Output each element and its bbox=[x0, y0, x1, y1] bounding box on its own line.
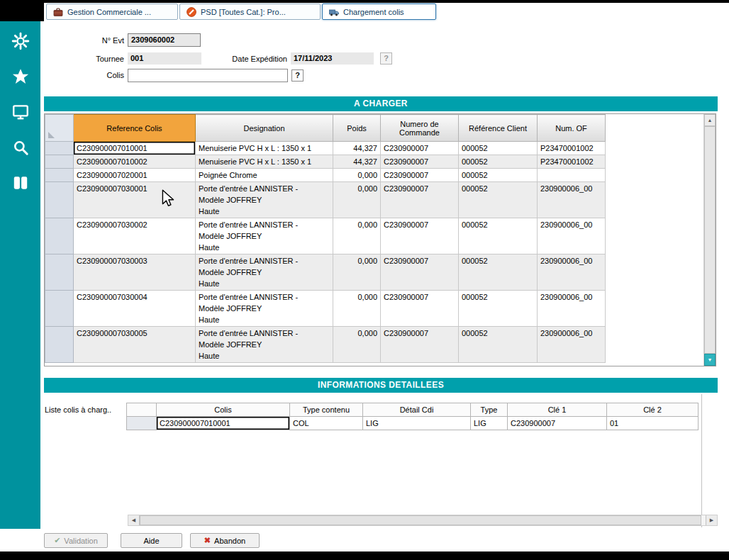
table-cell[interactable]: 0,000 bbox=[333, 291, 381, 327]
table-cell[interactable]: Menuiserie PVC H x L : 1350 x 1 bbox=[196, 142, 333, 155]
row-selector-cell[interactable] bbox=[45, 155, 74, 169]
table-cell[interactable]: C230900007 bbox=[381, 142, 459, 155]
column-header-num-of[interactable]: Num. OF bbox=[538, 115, 606, 142]
tab-gestion-commerciale[interactable]: Gestion Commerciale ... bbox=[46, 4, 178, 20]
table-cell[interactable]: Menuiserie PVC H x L : 1350 x 1 bbox=[196, 155, 333, 169]
table-cell[interactable]: 44,327 bbox=[333, 155, 381, 169]
horizontal-scrollbar[interactable]: ◀ ▶ bbox=[128, 515, 718, 526]
row-selector-cell[interactable] bbox=[45, 182, 74, 218]
table-cell[interactable]: LIG bbox=[363, 417, 471, 430]
table-cell[interactable] bbox=[538, 169, 606, 182]
table-cell[interactable]: COL bbox=[290, 417, 363, 430]
column-header-reference-colis[interactable]: Reference Colis bbox=[74, 115, 196, 142]
sidebar-search-button[interactable] bbox=[0, 130, 40, 166]
horizontal-scrollbar-thumb[interactable] bbox=[140, 515, 701, 525]
table-cell[interactable]: C230900007010001 bbox=[74, 142, 196, 155]
table-cell[interactable]: 0,000 bbox=[333, 254, 381, 291]
row-selector-cell[interactable] bbox=[45, 327, 74, 363]
colis-input[interactable] bbox=[128, 69, 288, 82]
table-cell[interactable]: Porte d'entrée LANNISTER - Modèle JOFFRE… bbox=[196, 182, 333, 218]
table-cell[interactable]: C230900007010002 bbox=[74, 155, 196, 169]
table-cell[interactable]: Porte d'entrée LANNISTER - Modèle JOFFRE… bbox=[196, 327, 333, 363]
table-cell[interactable]: Porte d'entrée LANNISTER - Modèle JOFFRE… bbox=[196, 254, 333, 291]
n-evt-value[interactable]: 2309060002 bbox=[128, 33, 201, 47]
table-cell[interactable]: 000052 bbox=[459, 169, 538, 182]
table-cell[interactable]: C230900007 bbox=[381, 182, 459, 218]
column-header-detail-cdi[interactable]: Détail Cdi bbox=[363, 403, 471, 417]
column-header-cle-1[interactable]: Clé 1 bbox=[508, 403, 607, 417]
table-row[interactable]: C230900007010001COLLIGLIGC23090000701 bbox=[127, 417, 699, 430]
table-cell[interactable]: 000052 bbox=[459, 254, 538, 291]
sidebar-modules-button[interactable] bbox=[0, 166, 40, 201]
table-row[interactable]: C230900007020001Poignée Chrome0,000C2309… bbox=[45, 169, 703, 182]
date-expedition-value[interactable]: 17/11/2023 bbox=[291, 52, 374, 65]
table-cell[interactable]: 000052 bbox=[459, 327, 538, 363]
column-header-type[interactable]: Type bbox=[471, 403, 508, 417]
row-selector-cell[interactable] bbox=[45, 142, 74, 155]
table-cell[interactable]: 000052 bbox=[459, 218, 538, 254]
table-cell[interactable]: 000052 bbox=[459, 155, 538, 169]
table-cell[interactable]: 0,000 bbox=[333, 327, 381, 363]
tab-chargement-colis[interactable]: Chargement colis bbox=[322, 4, 436, 20]
table-cell[interactable]: C230900007 bbox=[381, 218, 459, 254]
column-header-reference-client[interactable]: Référence Client bbox=[459, 115, 538, 142]
row-selector-cell[interactable] bbox=[127, 417, 157, 430]
table-cell[interactable]: 230900006_00 bbox=[538, 218, 606, 254]
abandon-button[interactable]: ✖ Abandon bbox=[190, 533, 260, 548]
table-cell[interactable]: Porte d'entrée LANNISTER - Modèle JOFFRE… bbox=[196, 218, 333, 254]
row-selector-cell[interactable] bbox=[45, 218, 74, 254]
table-cell[interactable]: 230900006_00 bbox=[538, 327, 606, 363]
table-cell[interactable]: Poignée Chrome bbox=[196, 169, 333, 182]
table-cell[interactable]: 000052 bbox=[459, 291, 538, 327]
table-cell[interactable]: C230900007020001 bbox=[74, 169, 196, 182]
details-corner-cell[interactable] bbox=[127, 403, 157, 417]
validation-button[interactable]: ✔ Validation bbox=[44, 533, 108, 548]
row-selector-cell[interactable] bbox=[45, 254, 74, 291]
table-cell[interactable]: Porte d'entrée LANNISTER - Modèle JOFFRE… bbox=[196, 291, 333, 327]
table-cell[interactable]: C230900007030004 bbox=[74, 291, 196, 327]
table-cell[interactable]: 01 bbox=[607, 417, 699, 430]
column-header-type-contenu[interactable]: Type contenu bbox=[290, 403, 363, 417]
scroll-up-button[interactable]: ▲ bbox=[704, 114, 716, 126]
vertical-scrollbar[interactable]: ▲ ▼ bbox=[703, 114, 716, 366]
table-cell[interactable]: C230900007 bbox=[381, 169, 459, 182]
table-cell[interactable]: 44,327 bbox=[333, 142, 381, 155]
column-header-colis[interactable]: Colis bbox=[157, 403, 290, 417]
scroll-left-button[interactable]: ◀ bbox=[128, 515, 140, 525]
table-cell[interactable]: 0,000 bbox=[333, 182, 381, 218]
row-selector-cell[interactable] bbox=[45, 291, 74, 327]
table-cell[interactable]: C230900007 bbox=[381, 291, 459, 327]
table-cell[interactable]: P23470001002 bbox=[538, 142, 606, 155]
table-cell[interactable]: 230900006_00 bbox=[538, 291, 606, 327]
table-row[interactable]: C230900007010001Menuiserie PVC H x L : 1… bbox=[45, 142, 703, 155]
tab-psd[interactable]: PSD [Toutes Cat.]: Pro... bbox=[179, 4, 321, 20]
table-row[interactable]: C230900007030001Porte d'entrée LANNISTER… bbox=[45, 182, 703, 218]
column-header-poids[interactable]: Poids bbox=[333, 115, 381, 142]
tournee-value[interactable]: 001 bbox=[128, 52, 201, 65]
table-cell[interactable]: 000052 bbox=[459, 182, 538, 218]
colis-help-button[interactable]: ? bbox=[291, 69, 304, 82]
table-cell[interactable]: 000052 bbox=[459, 142, 538, 155]
row-selector-cell[interactable] bbox=[45, 169, 74, 182]
vertical-scrollbar-thumb[interactable] bbox=[704, 126, 716, 354]
aide-button[interactable]: Aide bbox=[121, 533, 182, 548]
table-cell[interactable]: C230900007030002 bbox=[74, 218, 196, 254]
column-header-numero-commande[interactable]: Numero de Commande bbox=[381, 115, 459, 142]
column-header-designation[interactable]: Designation bbox=[196, 115, 333, 142]
table-row[interactable]: C230900007030005Porte d'entrée LANNISTER… bbox=[45, 327, 703, 363]
table-cell[interactable]: C230900007 bbox=[381, 155, 459, 169]
corner-selector-cell[interactable] bbox=[45, 115, 74, 142]
table-row[interactable]: C230900007030004Porte d'entrée LANNISTER… bbox=[45, 291, 703, 327]
table-cell[interactable]: C230900007030005 bbox=[74, 327, 196, 363]
sidebar-favorites-button[interactable] bbox=[0, 60, 40, 95]
table-cell[interactable]: C230900007 bbox=[508, 417, 607, 430]
table-cell[interactable]: 0,000 bbox=[333, 169, 381, 182]
table-cell[interactable]: C230900007 bbox=[381, 327, 459, 363]
table-cell[interactable]: 230900006_00 bbox=[538, 254, 606, 291]
table-row[interactable]: C230900007030003Porte d'entrée LANNISTER… bbox=[45, 254, 703, 291]
table-cell[interactable]: 230900006_00 bbox=[538, 182, 606, 218]
table-row[interactable]: C230900007030002Porte d'entrée LANNISTER… bbox=[45, 218, 703, 254]
table-cell[interactable]: LIG bbox=[471, 417, 508, 430]
table-cell[interactable]: P23470001002 bbox=[538, 155, 606, 169]
sidebar-settings-button[interactable] bbox=[0, 24, 40, 60]
